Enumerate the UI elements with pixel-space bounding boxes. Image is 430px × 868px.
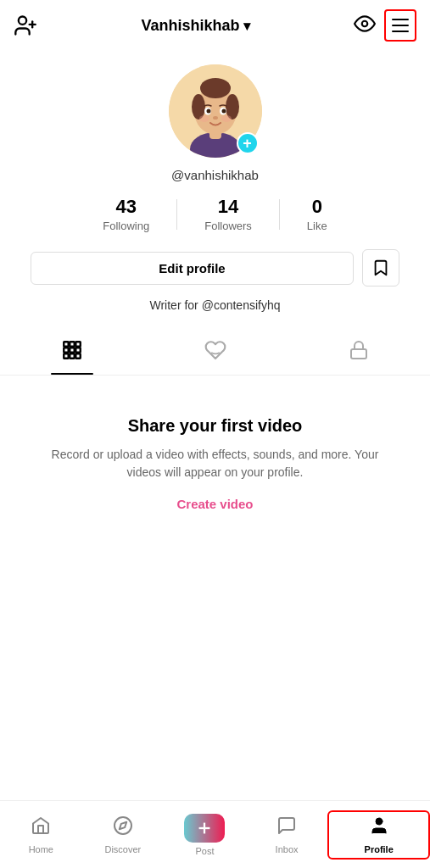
nav-inbox-label: Inbox — [276, 844, 299, 854]
nav-inbox[interactable]: Inbox — [246, 815, 328, 854]
svg-rect-20 — [70, 342, 74, 346]
svg-point-15 — [221, 109, 226, 114]
empty-state: Share your first video Record or upload … — [0, 376, 430, 511]
nav-home[interactable]: Home — [0, 815, 82, 854]
svg-point-33 — [376, 818, 383, 825]
svg-rect-27 — [75, 353, 80, 358]
compass-icon — [113, 815, 133, 841]
svg-point-17 — [199, 115, 209, 122]
tab-videos[interactable] — [0, 329, 143, 375]
svg-point-8 — [200, 78, 231, 98]
tab-liked[interactable] — [143, 329, 287, 375]
bio-text: Writer for @contensifyhq — [149, 298, 280, 312]
svg-rect-28 — [351, 349, 366, 359]
likes-label: Like — [307, 220, 327, 232]
edit-profile-button[interactable]: Edit profile — [31, 252, 354, 285]
username-title: Vanhishikhab — [141, 17, 239, 35]
avatar-wrapper: + — [169, 64, 262, 158]
header-actions — [354, 9, 416, 42]
svg-point-29 — [114, 817, 131, 834]
home-icon — [31, 815, 51, 841]
svg-point-0 — [19, 17, 26, 25]
tab-private[interactable] — [287, 329, 430, 375]
nav-home-label: Home — [29, 844, 53, 854]
message-icon — [276, 815, 297, 841]
post-button[interactable] — [184, 814, 225, 843]
lock-icon — [349, 339, 369, 366]
bookmark-icon — [371, 259, 390, 277]
svg-rect-21 — [75, 342, 80, 346]
bottom-nav: Home Discover Post Inbox — [0, 800, 430, 868]
svg-point-18 — [221, 115, 232, 122]
person-icon — [369, 815, 389, 841]
svg-rect-22 — [64, 348, 68, 352]
following-stat[interactable]: 43 Following — [75, 196, 176, 232]
add-photo-button[interactable]: + — [237, 132, 259, 154]
heart-hand-icon — [204, 339, 226, 366]
nav-post-label: Post — [195, 846, 214, 856]
profile-bio: Writer for @contensifyhq — [149, 298, 280, 312]
empty-state-description: Record or upload a video with effects, s… — [34, 446, 396, 481]
create-video-link[interactable]: Create video — [176, 497, 253, 511]
followers-label: Followers — [204, 220, 252, 232]
content-tabs — [0, 329, 430, 376]
following-count: 43 — [116, 196, 137, 218]
svg-point-14 — [206, 109, 210, 114]
profile-section: + @vanhishikhab 43 Following 14 Follower… — [0, 51, 430, 329]
nav-discover-label: Discover — [104, 844, 141, 854]
nav-profile[interactable]: Profile — [327, 810, 430, 860]
following-label: Following — [103, 220, 149, 232]
likes-count: 0 — [312, 196, 322, 218]
svg-marker-30 — [120, 821, 126, 828]
svg-rect-24 — [75, 348, 80, 352]
add-user-button[interactable] — [14, 14, 37, 37]
grid-icon — [61, 339, 83, 366]
followers-stat[interactable]: 14 Followers — [177, 196, 279, 232]
stats-row: 43 Following 14 Followers 0 Like — [17, 196, 413, 232]
nav-discover[interactable]: Discover — [82, 815, 165, 854]
followers-count: 14 — [218, 196, 238, 218]
header: Vanhishikhab ▾ — [0, 0, 430, 51]
svg-point-3 — [362, 21, 368, 27]
svg-rect-23 — [70, 348, 74, 352]
menu-button[interactable] — [384, 9, 416, 42]
nav-profile-label: Profile — [365, 844, 394, 854]
svg-rect-26 — [70, 353, 74, 358]
action-row: Edit profile — [17, 249, 413, 287]
svg-point-16 — [213, 116, 218, 120]
bookmark-button[interactable] — [362, 249, 399, 287]
svg-rect-25 — [64, 353, 68, 358]
eye-icon[interactable] — [354, 13, 376, 38]
empty-state-title: Share your first video — [128, 416, 303, 436]
nav-post[interactable]: Post — [164, 814, 246, 856]
profile-username: @vanhishikhab — [171, 168, 259, 182]
profile-title[interactable]: Vanhishikhab ▾ — [141, 17, 249, 35]
svg-rect-19 — [64, 342, 68, 346]
chevron-down-icon: ▾ — [243, 18, 250, 34]
likes-stat[interactable]: 0 Like — [280, 196, 355, 232]
